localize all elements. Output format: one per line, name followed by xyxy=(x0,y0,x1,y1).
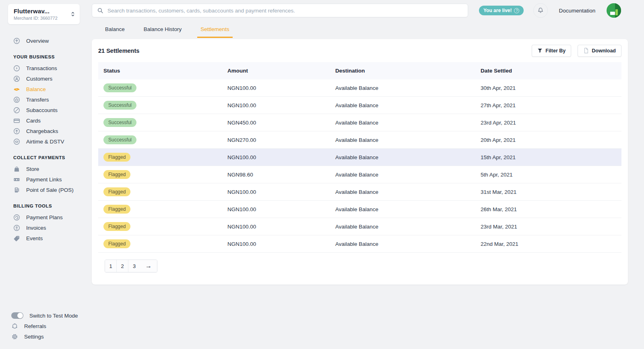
destination-cell: Available Balance xyxy=(330,224,475,230)
sidebar-item-overview[interactable]: Overview xyxy=(13,35,92,46)
sidebar-item-label: Overview xyxy=(26,38,49,44)
settings-icon xyxy=(11,333,18,340)
referrals-icon xyxy=(11,323,18,330)
transactions-icon xyxy=(13,65,20,72)
payment-plans-icon xyxy=(13,214,20,221)
table-row[interactable]: Successful NGN270.00 Available Balance 2… xyxy=(98,131,621,149)
filter-by-button[interactable]: Filter By xyxy=(532,45,571,57)
sidebar-item-label: Subaccounts xyxy=(26,107,58,113)
subaccounts-icon xyxy=(13,107,20,114)
sidebar-item-label: Invoices xyxy=(26,225,46,231)
tab-settlements[interactable]: Settlements xyxy=(197,24,232,38)
sidebar-item-settings[interactable]: Settings xyxy=(11,331,92,342)
search-input[interactable] xyxy=(107,8,463,14)
sidebar-item-label: Balance xyxy=(26,86,46,92)
column-header-date-settled: Date Settled xyxy=(475,68,621,74)
table-header-row: Status Amount Destination Date Settled xyxy=(98,62,621,79)
date-settled-cell: 27th Apr, 2021 xyxy=(475,102,621,108)
status-badge: Successful xyxy=(103,83,136,92)
sidebar-item-customers[interactable]: Customers xyxy=(13,73,92,84)
sidebar-item-label: Events xyxy=(26,235,43,241)
status-badge: Flagged xyxy=(103,239,130,248)
chargebacks-icon xyxy=(13,128,20,135)
merchant-switcher[interactable]: Flutterwav... Merchant ID: 3660772 xyxy=(8,4,80,24)
next-page-button[interactable]: → xyxy=(140,260,157,272)
column-header-destination: Destination xyxy=(330,68,475,74)
balance-icon xyxy=(13,86,20,93)
table-row[interactable]: Successful NGN100.00 Available Balance 3… xyxy=(98,79,621,97)
invoices-icon xyxy=(13,224,20,231)
page-button-2[interactable]: 2 xyxy=(117,260,128,272)
test-mode-toggle[interactable] xyxy=(11,312,23,319)
amount-cell: NGN100.00 xyxy=(222,102,330,108)
notifications-button[interactable] xyxy=(533,3,548,18)
sidebar-item-chargebacks[interactable]: Chargebacks xyxy=(13,126,92,136)
tab-balance-history[interactable]: Balance History xyxy=(140,24,185,38)
amount-cell: NGN100.00 xyxy=(222,206,330,212)
sidebar-item-store[interactable]: Store xyxy=(13,164,92,174)
column-header-status: Status xyxy=(98,68,222,74)
sidebar-item-transactions[interactable]: Transactions xyxy=(13,63,92,73)
app-root: Flutterwav... Merchant ID: 3660772 Overv… xyxy=(0,0,644,349)
table-row[interactable]: Flagged NGN100.00 Available Balance 23rd… xyxy=(98,218,621,235)
table-row[interactable]: Flagged NGN100.00 Available Balance 22nd… xyxy=(98,235,621,253)
download-button[interactable]: Download xyxy=(578,45,621,57)
sidebar-item-payment-plans[interactable]: Payment Plans xyxy=(13,212,92,222)
test-mode-label: Switch to Test Mode xyxy=(29,313,78,319)
sidebar-item-invoices[interactable]: Invoices xyxy=(13,222,92,233)
sidebar-item-airtime-dstv[interactable]: Airtime & DSTV xyxy=(13,136,92,147)
arrow-right-icon: → xyxy=(145,262,152,270)
page-button-3[interactable]: 3 xyxy=(128,260,140,272)
sidebar-item-cards[interactable]: Cards xyxy=(13,115,92,126)
table-row[interactable]: Flagged NGN100.00 Available Balance 31st… xyxy=(98,183,621,201)
user-avatar[interactable] xyxy=(607,3,621,18)
section-title-billing-tools: BILLING TOOLS xyxy=(13,204,92,208)
sidebar-item-balance[interactable]: Balance xyxy=(13,84,92,94)
destination-cell: Available Balance xyxy=(330,137,475,143)
amount-cell: NGN450.00 xyxy=(222,120,330,126)
events-icon xyxy=(13,235,20,242)
status-badge: Flagged xyxy=(103,222,130,231)
funnel-icon xyxy=(537,48,543,53)
table-row[interactable]: Successful NGN100.00 Available Balance 2… xyxy=(98,97,621,114)
live-status-badge[interactable]: You are live! ? xyxy=(479,6,524,15)
status-badge: Successful xyxy=(103,101,136,110)
date-settled-cell: 20th Apr, 2021 xyxy=(475,137,621,143)
cards-icon xyxy=(13,117,20,124)
table-row[interactable]: Flagged NGN98.60 Available Balance 5th A… xyxy=(98,166,621,183)
sidebar-item-label: Referrals xyxy=(24,323,46,329)
pagination: 123 → xyxy=(105,260,157,272)
sidebar-item-subaccounts[interactable]: Subaccounts xyxy=(13,105,92,115)
status-badge: Flagged xyxy=(103,205,130,214)
table-row[interactable]: Flagged NGN100.00 Available Balance 15th… xyxy=(98,149,621,166)
sidebar-item-events[interactable]: Events xyxy=(13,233,92,243)
help-question-icon: ? xyxy=(514,8,519,13)
destination-cell: Available Balance xyxy=(330,206,475,212)
table-row[interactable]: Flagged NGN100.00 Available Balance 26th… xyxy=(98,201,621,218)
sidebar-item-label: Transfers xyxy=(26,97,49,103)
sidebar-item-referrals[interactable]: Referrals xyxy=(11,321,92,331)
settlements-table: Status Amount Destination Date Settled S… xyxy=(98,62,621,285)
sidebar-item-label: Point of Sale (POS) xyxy=(26,187,74,193)
tab-balance[interactable]: Balance xyxy=(102,24,128,38)
sidebar-item-transfers[interactable]: Transfers xyxy=(13,94,92,105)
search-box xyxy=(92,4,468,17)
bell-icon xyxy=(537,7,544,14)
date-settled-cell: 30th Apr, 2021 xyxy=(475,85,621,91)
destination-cell: Available Balance xyxy=(330,85,475,91)
status-badge: Flagged xyxy=(103,153,130,162)
status-badge: Successful xyxy=(103,118,136,127)
page-button-1[interactable]: 1 xyxy=(105,260,117,272)
date-settled-cell: 22nd Mar, 2021 xyxy=(475,241,621,247)
date-settled-cell: 31st Mar, 2021 xyxy=(475,189,621,195)
section-title-collect-payments: COLLECT PAYMENTS xyxy=(13,155,92,160)
section-collect-payments: Store Payment Links Point of Sale (POS) xyxy=(13,164,92,195)
destination-cell: Available Balance xyxy=(330,172,475,178)
sidebar-item-point-of-sale-pos[interactable]: Point of Sale (POS) xyxy=(13,185,92,195)
documentation-link[interactable]: Documentation xyxy=(559,8,595,14)
sidebar-item-payment-links[interactable]: Payment Links xyxy=(13,174,92,185)
merchant-id: Merchant ID: 3660772 xyxy=(14,16,58,21)
destination-cell: Available Balance xyxy=(330,189,475,195)
table-row[interactable]: Successful NGN450.00 Available Balance 2… xyxy=(98,114,621,131)
destination-cell: Available Balance xyxy=(330,102,475,108)
